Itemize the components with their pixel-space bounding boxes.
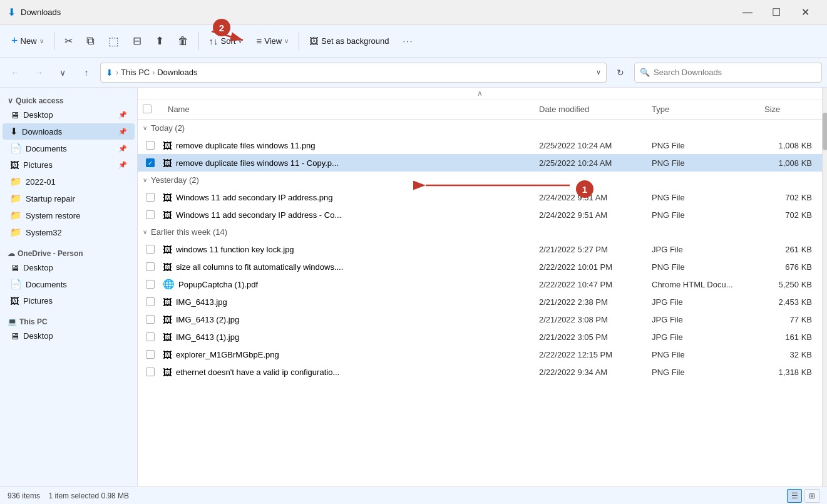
minimize-button[interactable]: — [733, 3, 762, 23]
table-row[interactable]: 🖼 IMG_6413 (1).jpg 2/21/2022 3:05 PM JPG… [138, 328, 822, 346]
checkbox-f9[interactable] [146, 315, 155, 324]
group-header-today[interactable]: ∨ Today (2) [138, 120, 822, 136]
sidebar-item-documents-quick[interactable]: 📄 Documents 📌 [3, 140, 135, 157]
row-checkbox[interactable] [138, 350, 163, 359]
file-size: 702 KB [759, 208, 822, 222]
header-checkbox[interactable] [138, 102, 163, 116]
table-row[interactable]: 🖼 windows 11 function key lock.jpg 2/21/… [138, 240, 822, 258]
header-date[interactable]: Date modified [534, 102, 647, 116]
background-label: Set as background [321, 36, 389, 46]
table-row[interactable]: 🌐 PopupCaptcha (1).pdf 2/22/2022 10:47 P… [138, 275, 822, 293]
sidebar-item-downloads-quick[interactable]: ⬇ Downloads 📌 [3, 123, 135, 140]
checkbox-f1[interactable] [146, 141, 155, 150]
sidebar-item-od-desktop[interactable]: 🖥 Desktop [3, 260, 135, 275]
checkbox-f8[interactable] [146, 297, 155, 306]
maximize-button[interactable]: ☐ [762, 3, 791, 23]
group-header-yesterday[interactable]: ∨ Yesterday (2) [138, 172, 822, 188]
table-row[interactable]: ✓ 🖼 remove duplicate files windows 11 - … [138, 154, 822, 172]
checkbox-f12[interactable] [146, 368, 155, 376]
checkbox-f6[interactable] [146, 262, 155, 271]
row-checkbox[interactable] [138, 297, 163, 306]
header-name[interactable]: Name [163, 102, 534, 116]
breadcrumb-dropdown-icon[interactable]: ∨ [596, 68, 601, 76]
sidebar-item-system-restore[interactable]: 📁 System restore [3, 207, 135, 224]
folder-icon: 📁 [10, 227, 22, 238]
table-row[interactable]: 🖼 explorer_M1GBrMGbpE.png 2/22/2022 12:1… [138, 346, 822, 363]
sidebar: ∨ Quick access 🖥 Desktop 📌 ⬇ Downloads 📌… [0, 88, 138, 486]
status-bar: 936 items 1 item selected 0.98 MB ☰ ⊞ [0, 486, 827, 504]
rename-button[interactable]: ⊟ [126, 29, 148, 54]
sidebar-item-2022-01[interactable]: 📁 2022-01 [3, 173, 135, 190]
row-checkbox[interactable] [138, 368, 163, 376]
copy-button[interactable]: ⧉ [80, 29, 101, 54]
group-header-earlier[interactable]: ∨ Earlier this week (14) [138, 224, 822, 240]
scrollbar-track[interactable] [822, 88, 827, 486]
sidebar-item-od-documents[interactable]: 📄 Documents [3, 276, 135, 292]
sidebar-item-system32[interactable]: 📁 System32 [3, 224, 135, 240]
new-button[interactable]: + New ∨ [5, 29, 50, 54]
refresh-button[interactable]: ↻ [610, 63, 630, 83]
quick-access-header[interactable]: ∨ Quick access [0, 93, 137, 106]
sidebar-item-pictures-quick[interactable]: 🖼 Pictures 📌 [3, 157, 135, 173]
window-controls: — ☐ ✕ [733, 3, 819, 23]
cut-button[interactable]: ✂ [58, 29, 79, 54]
sidebar-item-od-pictures[interactable]: 🖼 Pictures [3, 293, 135, 309]
scrollbar-thumb[interactable] [823, 113, 827, 150]
search-input[interactable] [654, 68, 816, 77]
row-checkbox[interactable] [138, 262, 163, 271]
sidebar-item-startup-repair[interactable]: 📁 Startup repair [3, 190, 135, 207]
file-date: 2/21/2022 3:08 PM [534, 312, 647, 327]
row-checkbox[interactable] [138, 280, 163, 289]
checkbox-f3[interactable] [146, 193, 155, 202]
checkbox-f10[interactable] [146, 332, 155, 341]
view-button[interactable]: ≡ View ∨ [250, 29, 295, 54]
forward-button[interactable]: → [29, 63, 49, 83]
sort-button[interactable]: ↑↓ Sort ∨ [203, 29, 249, 54]
collapse-handle[interactable]: ∧ [138, 88, 822, 100]
checkbox-f7[interactable] [146, 280, 155, 289]
row-checkbox[interactable] [138, 332, 163, 341]
more-options-button[interactable]: ··· [397, 29, 420, 54]
file-name: remove duplicate files windows 11 - Copy… [176, 158, 339, 168]
checkbox-f4[interactable] [146, 210, 155, 219]
table-row[interactable]: 🖼 ethernet doesn't have a valid ip confi… [138, 363, 822, 381]
back-button[interactable]: ← [5, 63, 25, 83]
file-icon: 🖼 [163, 349, 172, 360]
table-row[interactable]: 🖼 remove duplicate files windows 11.png … [138, 136, 822, 154]
row-checkbox[interactable] [138, 245, 163, 254]
breadcrumb-downloads[interactable]: Downloads [157, 68, 197, 77]
table-row[interactable]: 🖼 IMG_6413.jpg 2/21/2022 2:38 PM JPG Fil… [138, 293, 822, 311]
header-size[interactable]: Size [759, 102, 822, 116]
table-row[interactable]: 🖼 IMG_6413 (2).jpg 2/21/2022 3:08 PM JPG… [138, 311, 822, 328]
row-checkbox[interactable] [138, 141, 163, 150]
close-button[interactable]: ✕ [791, 3, 819, 23]
paste-icon: ⬚ [108, 34, 119, 48]
up-directory-button[interactable]: ↑ [76, 63, 96, 83]
sidebar-item-tp-desktop[interactable]: 🖥 Desktop [3, 328, 135, 344]
grid-view-button[interactable]: ⊞ [804, 489, 819, 503]
table-row[interactable]: 🖼 size all columns to fit automatically … [138, 258, 822, 275]
row-checkbox[interactable]: ✓ [138, 158, 163, 167]
thispc-header[interactable]: 💻 This PC [0, 314, 137, 327]
row-checkbox[interactable] [138, 210, 163, 219]
share-button[interactable]: ⬆ [149, 29, 170, 54]
sidebar-item-desktop-quick[interactable]: 🖥 Desktop 📌 [3, 107, 135, 123]
row-checkbox[interactable] [138, 315, 163, 324]
delete-button[interactable]: 🗑 [172, 29, 195, 54]
delete-icon: 🗑 [178, 35, 188, 48]
set-background-button[interactable]: 🖼 Set as background [303, 29, 395, 54]
row-checkbox[interactable] [138, 193, 163, 202]
header-type[interactable]: Type [647, 102, 759, 116]
paste-button[interactable]: ⬚ [102, 29, 125, 54]
toolbar-separator-1 [54, 33, 54, 50]
list-view-button[interactable]: ☰ [787, 489, 802, 503]
breadcrumb-thispc[interactable]: This PC [121, 68, 150, 77]
checkbox-f11[interactable] [146, 350, 155, 359]
table-row[interactable]: 🖼 Windows 11 add secondary IP address - … [138, 206, 822, 224]
checkbox-f5[interactable] [146, 245, 155, 254]
table-row[interactable]: 🖼 Windows 11 add secondary IP address.pn… [138, 188, 822, 206]
file-name: Windows 11 add secondary IP address.png [176, 193, 333, 202]
recent-locations-button[interactable]: ∨ [53, 63, 73, 83]
checkbox-f2[interactable]: ✓ [146, 158, 155, 167]
onedrive-header[interactable]: ☁ OneDrive - Person [0, 245, 137, 259]
